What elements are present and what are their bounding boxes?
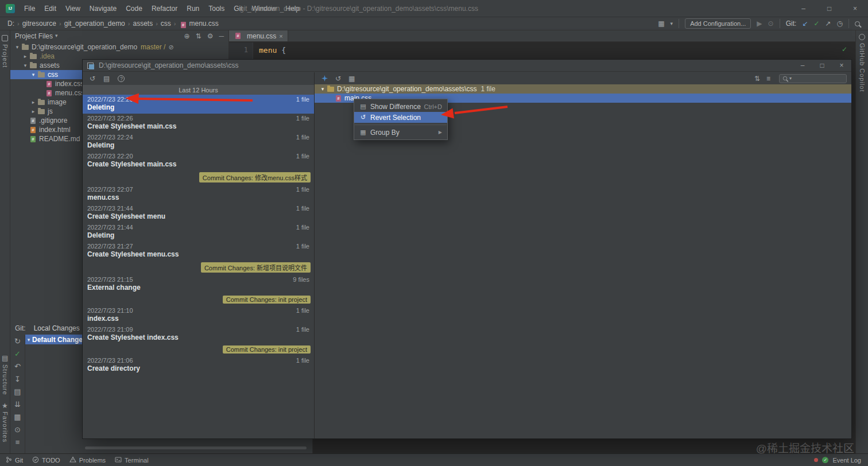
chevron-down-icon[interactable]: ▾ bbox=[14, 44, 21, 50]
create-patch-icon[interactable]: ▤ bbox=[103, 75, 110, 82]
group-by-icon[interactable]: ▦ bbox=[348, 75, 355, 82]
menu-item-group-by[interactable]: ▦Group By▶ bbox=[354, 127, 447, 138]
menu-item-show-difference[interactable]: ▤Show DifferenceCtrl+D bbox=[354, 101, 447, 112]
debug-icon[interactable]: ⊙ bbox=[768, 20, 774, 27]
dialog-maximize-button[interactable]: □ bbox=[812, 60, 832, 72]
revision-item[interactable]: 2022/7/23 22:261 fileDeleting bbox=[83, 95, 314, 114]
project-tool-icon[interactable] bbox=[2, 35, 8, 41]
stripe-favorites-label[interactable]: Favorites bbox=[2, 411, 9, 442]
close-tab-icon[interactable]: × bbox=[279, 33, 282, 40]
download-icon[interactable]: ⇊ bbox=[14, 401, 21, 408]
inspections-ok-icon[interactable]: ✓ bbox=[842, 45, 847, 53]
revision-item[interactable]: 2022/7/23 21:101 fileindex.css bbox=[83, 306, 314, 325]
run-icon[interactable]: ▶ bbox=[757, 20, 762, 27]
breadcrumb-item[interactable]: assets bbox=[131, 20, 154, 28]
project-view-selector[interactable]: Project Files bbox=[15, 32, 53, 40]
expand-collapse-icon[interactable]: ⇅ bbox=[196, 33, 202, 40]
menu-view[interactable]: View bbox=[61, 0, 85, 17]
hide-panel-icon[interactable]: ─ bbox=[219, 33, 224, 40]
chevron-down-icon[interactable]: ▾ bbox=[30, 72, 37, 77]
chevron-down-icon[interactable]: ▾ bbox=[22, 63, 29, 68]
project-tree-item[interactable]: ▾D:\gitresource\git_operation_demomaster… bbox=[10, 42, 228, 52]
git-update-icon[interactable]: ↙ bbox=[802, 20, 808, 27]
dialog-title-bar[interactable]: D:\gitresource\git_operation_demo\assets… bbox=[83, 60, 851, 72]
menu-item-revert-selection[interactable]: ↺Revert Selection bbox=[354, 112, 447, 123]
menu-run[interactable]: Run bbox=[182, 0, 204, 17]
collapse-all-icon[interactable]: ≡ bbox=[766, 75, 770, 82]
commit-label-badge[interactable]: Commit Changes: init project bbox=[223, 345, 311, 354]
changed-files-root-row[interactable]: ▾ D:\gitresource\git_operation_demo\asse… bbox=[315, 84, 851, 94]
dialog-minimize-button[interactable]: – bbox=[793, 60, 812, 72]
group-icon[interactable]: ▦ bbox=[14, 413, 21, 421]
help-icon[interactable]: ? bbox=[118, 75, 125, 82]
search-everywhere-icon[interactable] bbox=[855, 21, 860, 26]
revision-item[interactable]: 2022/7/23 22:241 fileDeleting bbox=[83, 133, 314, 152]
revert-icon[interactable]: ↺ bbox=[335, 75, 341, 82]
notification-dot[interactable] bbox=[814, 458, 818, 462]
commit-label-badge[interactable]: Commit Changes: init project bbox=[223, 296, 311, 304]
commit-label-badge[interactable]: Commit Changes: 修改menu.css样式 bbox=[199, 172, 311, 182]
breadcrumb-item[interactable]: git_operation_demo bbox=[63, 20, 127, 28]
dialog-close-button[interactable]: × bbox=[832, 60, 851, 72]
status-item-todo[interactable]: TODO bbox=[32, 456, 60, 464]
editor-tab-menu-css[interactable]: # menu.css × bbox=[229, 30, 288, 41]
maximize-button[interactable]: □ bbox=[816, 0, 842, 17]
history-clock-icon[interactable]: ◷ bbox=[837, 20, 843, 27]
structure-tool-icon[interactable]: ▤ bbox=[2, 355, 8, 362]
shelf-icon[interactable]: ↧ bbox=[14, 375, 21, 383]
menu-tools[interactable]: Tools bbox=[204, 0, 229, 17]
copilot-icon[interactable] bbox=[859, 34, 865, 40]
status-item-git[interactable]: Git bbox=[6, 456, 23, 464]
expand-all-icon[interactable]: ⇅ bbox=[754, 75, 760, 82]
favorites-tool-icon[interactable]: ★ bbox=[2, 402, 8, 409]
preview-icon[interactable]: ⊙ bbox=[14, 426, 21, 433]
chevron-right-icon[interactable]: ▸ bbox=[30, 99, 37, 105]
status-item-terminal[interactable]: Terminal bbox=[115, 456, 149, 464]
git-commit-icon[interactable]: ✓ bbox=[813, 20, 819, 27]
stripe-project-label[interactable]: Project bbox=[2, 44, 9, 68]
rollback-icon[interactable]: ↶ bbox=[14, 363, 21, 370]
history-search-input[interactable]: ▾ bbox=[779, 74, 847, 83]
revision-item[interactable]: 2022/7/23 21:159 filesExternal change bbox=[83, 275, 314, 294]
breadcrumb-item[interactable]: css bbox=[159, 20, 173, 28]
horizontal-scrollbar[interactable] bbox=[85, 446, 307, 449]
menu-edit[interactable]: Edit bbox=[40, 0, 61, 17]
close-button[interactable]: × bbox=[842, 0, 868, 17]
menu-code[interactable]: Code bbox=[121, 0, 147, 17]
revision-item[interactable]: 2022/7/23 22:071 filemenu.css bbox=[83, 185, 314, 204]
menu-navigate[interactable]: Navigate bbox=[85, 0, 121, 17]
git-tab-local-changes[interactable]: Local Changes bbox=[28, 324, 86, 332]
refresh-icon[interactable]: ↻ bbox=[14, 337, 21, 345]
minimize-button[interactable]: – bbox=[790, 0, 816, 17]
settings-gear-icon[interactable]: ⚙ bbox=[207, 33, 214, 40]
status-item-problems[interactable]: Problems bbox=[69, 456, 106, 464]
menu-file[interactable]: File bbox=[20, 0, 40, 17]
commit-icon[interactable]: ✓ bbox=[14, 350, 21, 358]
menu-refactor[interactable]: Refactor bbox=[147, 0, 182, 17]
commit-label-badge[interactable]: Commit Changes: 新增项目说明文件 bbox=[201, 262, 311, 273]
revision-item[interactable]: 2022/7/23 21:271 fileCreate Stylesheet m… bbox=[83, 242, 314, 261]
revision-item[interactable]: 2022/7/23 22:201 fileCreate Stylesheet m… bbox=[83, 152, 314, 170]
git-push-icon[interactable]: ↗ bbox=[825, 20, 831, 27]
revision-item[interactable]: 2022/7/23 21:091 fileCreate Stylesheet i… bbox=[83, 325, 314, 344]
stripe-copilot-label[interactable]: GitHub Copilot bbox=[859, 43, 866, 92]
revision-item[interactable]: 2022/7/23 22:261 fileCreate Stylesheet m… bbox=[83, 114, 314, 133]
chevron-right-icon[interactable]: ▸ bbox=[30, 108, 37, 114]
list-icon[interactable]: ≡ bbox=[16, 438, 20, 446]
add-configuration-button[interactable]: Add Configuration... bbox=[685, 18, 751, 29]
event-log-button[interactable]: Event Log bbox=[832, 457, 861, 464]
breadcrumb-item[interactable]: gitresource bbox=[21, 20, 58, 28]
breadcrumb-item[interactable]: #menu.css bbox=[177, 20, 220, 28]
breadcrumb-drive[interactable]: D: bbox=[6, 20, 16, 28]
diff-icon[interactable]: ▤ bbox=[14, 388, 21, 395]
revert-icon[interactable]: ↺ bbox=[90, 75, 95, 82]
code-line[interactable]: menu { bbox=[259, 46, 286, 55]
revision-item[interactable]: 2022/7/23 21:441 fileDeleting bbox=[83, 223, 314, 242]
revision-item[interactable]: 2022/7/23 21:441 fileCreate Stylesheet m… bbox=[83, 204, 314, 223]
show-diff-icon[interactable] bbox=[321, 75, 328, 81]
chevron-right-icon[interactable]: ▸ bbox=[22, 53, 29, 59]
locate-file-icon[interactable]: ⊕ bbox=[184, 33, 190, 40]
revision-item[interactable]: 2022/7/23 21:061 fileCreate directory bbox=[83, 356, 314, 375]
stripe-structure-label[interactable]: Structure bbox=[2, 364, 9, 395]
layout-icon[interactable]: ▦ bbox=[658, 20, 664, 27]
